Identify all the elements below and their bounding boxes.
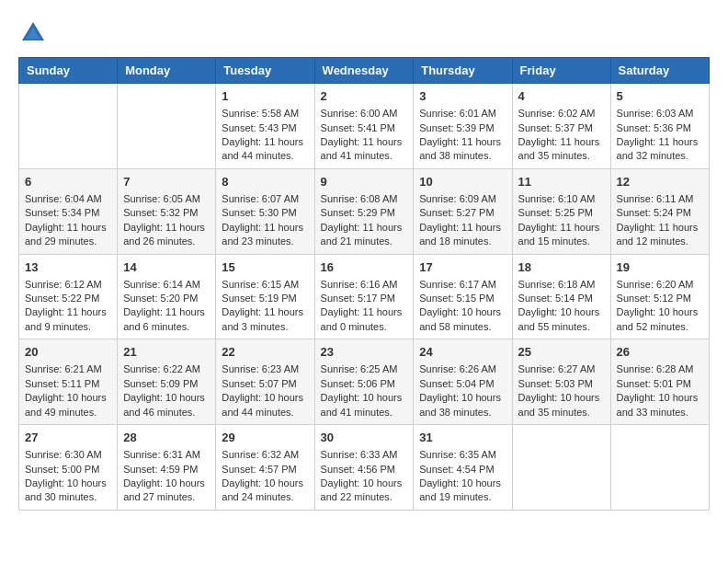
sunrise-text: Sunrise: 6:22 AM <box>123 363 200 374</box>
calendar-table: SundayMondayTuesdayWednesdayThursdayFrid… <box>18 57 710 511</box>
day-number: 3 <box>419 88 506 105</box>
sunset-text: Sunset: 5:01 PM <box>617 378 691 389</box>
sunset-text: Sunset: 5:20 PM <box>123 293 198 304</box>
cell-content: 12Sunrise: 6:11 AMSunset: 5:24 PMDayligh… <box>617 174 703 249</box>
day-number: 24 <box>419 344 506 361</box>
day-header-wednesday: Wednesday <box>314 58 414 84</box>
calendar-cell: 23Sunrise: 6:25 AMSunset: 5:06 PMDayligh… <box>314 339 414 425</box>
day-number: 4 <box>518 88 605 105</box>
cell-content: 7Sunrise: 6:05 AMSunset: 5:32 PMDaylight… <box>123 174 210 249</box>
sunset-text: Sunset: 5:17 PM <box>321 293 395 304</box>
day-number: 19 <box>617 259 703 276</box>
cell-content: 19Sunrise: 6:20 AMSunset: 5:12 PMDayligh… <box>617 259 703 335</box>
sunset-text: Sunset: 5:12 PM <box>617 293 691 304</box>
cell-content: 13Sunrise: 6:12 AMSunset: 5:22 PMDayligh… <box>25 259 111 335</box>
cell-content: 3Sunrise: 6:01 AMSunset: 5:39 PMDaylight… <box>419 88 506 164</box>
day-number: 9 <box>321 174 408 190</box>
daylight-text: Daylight: 10 hours and 22 minutes. <box>321 477 403 502</box>
sunrise-text: Sunrise: 6:30 AM <box>25 449 102 460</box>
calendar-week-row: 13Sunrise: 6:12 AMSunset: 5:22 PMDayligh… <box>19 254 710 339</box>
daylight-text: Daylight: 10 hours and 58 minutes. <box>419 306 501 331</box>
calendar-cell: 11Sunrise: 6:10 AMSunset: 5:25 PMDayligh… <box>512 168 610 254</box>
logo-icon <box>18 18 48 48</box>
day-number: 2 <box>321 88 408 105</box>
daylight-text: Daylight: 10 hours and 38 minutes. <box>419 392 501 417</box>
day-number: 26 <box>617 344 703 361</box>
daylight-text: Daylight: 11 hours and 18 minutes. <box>419 222 501 247</box>
sunrise-text: Sunrise: 6:25 AM <box>321 363 398 374</box>
sunrise-text: Sunrise: 6:08 AM <box>321 193 398 204</box>
sunset-text: Sunset: 5:22 PM <box>25 293 99 304</box>
daylight-text: Daylight: 11 hours and 9 minutes. <box>25 306 107 331</box>
sunset-text: Sunset: 4:57 PM <box>222 464 296 475</box>
sunset-text: Sunset: 5:25 PM <box>518 207 593 218</box>
sunset-text: Sunset: 5:27 PM <box>419 207 494 218</box>
day-number: 12 <box>617 174 703 190</box>
calendar-cell: 8Sunrise: 6:07 AMSunset: 5:30 PMDaylight… <box>216 168 314 254</box>
calendar-cell: 1Sunrise: 5:58 AMSunset: 5:43 PMDaylight… <box>216 84 314 169</box>
sunrise-text: Sunrise: 6:23 AM <box>222 363 299 374</box>
day-number: 6 <box>25 174 111 190</box>
sunset-text: Sunset: 5:43 PM <box>222 122 296 133</box>
day-number: 29 <box>222 430 308 446</box>
cell-content: 21Sunrise: 6:22 AMSunset: 5:09 PMDayligh… <box>123 344 210 419</box>
sunrise-text: Sunrise: 6:17 AM <box>419 279 496 290</box>
daylight-text: Daylight: 10 hours and 41 minutes. <box>321 392 403 417</box>
daylight-text: Daylight: 10 hours and 46 minutes. <box>123 392 205 417</box>
sunset-text: Sunset: 5:00 PM <box>25 464 99 475</box>
sunset-text: Sunset: 5:14 PM <box>518 293 593 304</box>
day-number: 27 <box>25 430 111 446</box>
sunset-text: Sunset: 5:03 PM <box>518 378 593 389</box>
calendar-cell: 31Sunrise: 6:35 AMSunset: 4:54 PMDayligh… <box>414 425 512 511</box>
cell-content: 29Sunrise: 6:32 AMSunset: 4:57 PMDayligh… <box>222 430 308 505</box>
sunrise-text: Sunrise: 5:58 AM <box>222 108 299 119</box>
daylight-text: Daylight: 10 hours and 24 minutes. <box>222 477 303 502</box>
day-header-friday: Friday <box>512 58 610 84</box>
cell-content: 5Sunrise: 6:03 AMSunset: 5:36 PMDaylight… <box>617 88 703 164</box>
daylight-text: Daylight: 11 hours and 29 minutes. <box>25 222 107 247</box>
calendar-cell: 29Sunrise: 6:32 AMSunset: 4:57 PMDayligh… <box>216 425 314 511</box>
day-number: 11 <box>518 174 605 190</box>
sunset-text: Sunset: 4:59 PM <box>123 464 198 475</box>
daylight-text: Daylight: 10 hours and 19 minutes. <box>419 477 501 502</box>
cell-content: 30Sunrise: 6:33 AMSunset: 4:56 PMDayligh… <box>321 430 408 505</box>
calendar-cell <box>610 425 709 511</box>
calendar-cell: 16Sunrise: 6:16 AMSunset: 5:17 PMDayligh… <box>314 254 414 339</box>
day-number: 18 <box>518 259 605 276</box>
cell-content: 4Sunrise: 6:02 AMSunset: 5:37 PMDaylight… <box>518 88 605 164</box>
daylight-text: Daylight: 11 hours and 0 minutes. <box>321 306 403 331</box>
day-header-monday: Monday <box>118 58 216 84</box>
calendar-cell: 30Sunrise: 6:33 AMSunset: 4:56 PMDayligh… <box>314 425 414 511</box>
sunrise-text: Sunrise: 6:05 AM <box>123 193 200 204</box>
sunrise-text: Sunrise: 6:33 AM <box>321 449 398 460</box>
daylight-text: Daylight: 11 hours and 38 minutes. <box>419 136 501 161</box>
sunset-text: Sunset: 5:09 PM <box>123 378 198 389</box>
day-number: 5 <box>617 88 703 105</box>
cell-content: 17Sunrise: 6:17 AMSunset: 5:15 PMDayligh… <box>419 259 506 335</box>
day-number: 22 <box>222 344 308 361</box>
sunset-text: Sunset: 5:07 PM <box>222 378 296 389</box>
sunrise-text: Sunrise: 6:07 AM <box>222 193 299 204</box>
sunrise-text: Sunrise: 6:11 AM <box>617 193 694 204</box>
calendar-cell: 24Sunrise: 6:26 AMSunset: 5:04 PMDayligh… <box>414 339 512 425</box>
sunrise-text: Sunrise: 6:26 AM <box>419 363 496 374</box>
cell-content: 26Sunrise: 6:28 AMSunset: 5:01 PMDayligh… <box>617 344 703 419</box>
sunrise-text: Sunrise: 6:02 AM <box>518 108 596 119</box>
sunrise-text: Sunrise: 6:32 AM <box>222 449 299 460</box>
sunset-text: Sunset: 5:34 PM <box>25 207 99 218</box>
calendar-cell: 2Sunrise: 6:00 AMSunset: 5:41 PMDaylight… <box>314 84 414 169</box>
day-number: 30 <box>321 430 408 446</box>
sunrise-text: Sunrise: 6:12 AM <box>25 279 102 290</box>
cell-content: 10Sunrise: 6:09 AMSunset: 5:27 PMDayligh… <box>419 174 506 249</box>
calendar-cell: 13Sunrise: 6:12 AMSunset: 5:22 PMDayligh… <box>19 254 118 339</box>
cell-content: 25Sunrise: 6:27 AMSunset: 5:03 PMDayligh… <box>518 344 605 419</box>
day-number: 21 <box>123 344 210 361</box>
cell-content: 9Sunrise: 6:08 AMSunset: 5:29 PMDaylight… <box>321 174 408 249</box>
calendar-cell: 4Sunrise: 6:02 AMSunset: 5:37 PMDaylight… <box>512 84 610 169</box>
day-number: 13 <box>25 259 111 276</box>
calendar-week-row: 1Sunrise: 5:58 AMSunset: 5:43 PMDaylight… <box>19 84 710 169</box>
calendar-week-row: 20Sunrise: 6:21 AMSunset: 5:11 PMDayligh… <box>19 339 710 425</box>
daylight-text: Daylight: 11 hours and 32 minutes. <box>617 136 699 161</box>
day-header-saturday: Saturday <box>610 58 709 84</box>
cell-content: 11Sunrise: 6:10 AMSunset: 5:25 PMDayligh… <box>518 174 605 249</box>
